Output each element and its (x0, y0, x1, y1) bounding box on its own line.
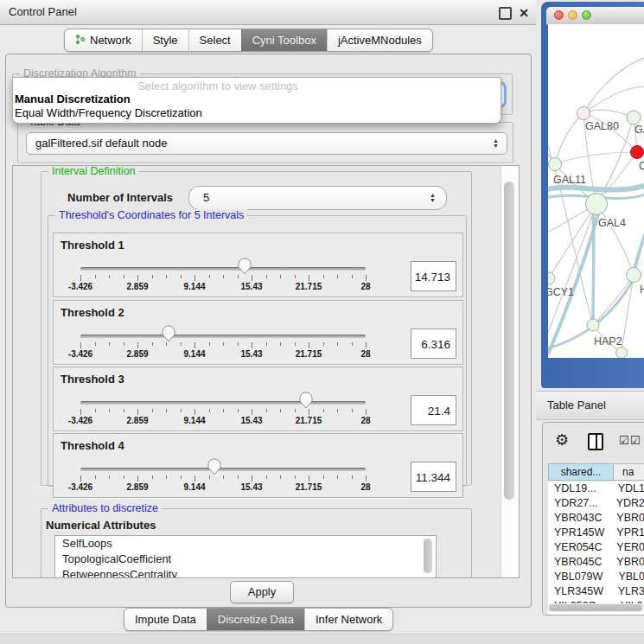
dropdown-prompt: Select algorithm to view settings (13, 80, 501, 92)
slider-tick-label: 21.715 (296, 282, 322, 291)
network-node-hap2[interactable] (587, 319, 599, 331)
slider-tick (181, 275, 182, 278)
close-icon[interactable]: ✕ (519, 6, 529, 20)
interval-definition-group: Interval Definition Number of Intervals … (41, 171, 472, 486)
network-node-ga[interactable] (627, 111, 641, 124)
tab-network[interactable]: Network (65, 29, 142, 51)
column-header-shared-name[interactable]: shared... (548, 463, 614, 481)
tab-impute-data[interactable]: Impute Data (124, 609, 207, 630)
list-scrollbar[interactable] (424, 539, 432, 573)
settings-scrollbar-thumb[interactable] (504, 182, 514, 500)
tab-infer-network[interactable]: Infer Network (304, 609, 392, 630)
table-hscrollbar-thumb[interactable] (549, 604, 642, 611)
threshold-value-field[interactable]: 6.316 (411, 328, 456, 359)
slider-tick (280, 275, 281, 278)
slider-thumb[interactable] (238, 258, 252, 278)
network-node-gal11[interactable] (549, 158, 562, 171)
column-header-name[interactable]: na (614, 463, 644, 481)
network-canvas[interactable]: GAL80GACGAL11GAL4GCY1HHAP2 (548, 24, 644, 358)
tab-cyni-toolbox[interactable]: Cyni Toolbox (241, 29, 327, 51)
slider-thumb[interactable] (299, 392, 313, 412)
slider-thumb[interactable] (207, 458, 221, 479)
network-node-gcy1[interactable] (548, 272, 555, 284)
network-node-gal4[interactable] (586, 194, 608, 215)
slider-tick (209, 275, 210, 278)
zoom-light[interactable] (582, 10, 591, 20)
network-edge[interactable] (593, 275, 634, 325)
network-edge[interactable] (583, 57, 644, 113)
slider-tick (309, 475, 309, 481)
checkbox-icon[interactable]: ☑ (630, 434, 641, 447)
table-data-combobox[interactable]: galFiltered.sif default node ▲▼ (26, 132, 507, 155)
table-row[interactable]: YBL079WYBL0 (548, 570, 644, 584)
network-edge-highlighted[interactable] (634, 227, 644, 274)
minimize-light[interactable] (568, 10, 577, 20)
close-light[interactable] (554, 10, 564, 20)
numerical-attributes-label: Numerical Attributes (46, 519, 156, 532)
slider-tick (366, 275, 367, 281)
network-edge-highlighted[interactable] (548, 214, 598, 354)
table-row[interactable]: YER054CYER0 (548, 540, 644, 555)
slider-tick (337, 475, 338, 479)
slider-tick (238, 342, 239, 346)
number-of-intervals-combobox[interactable]: 5 ▲▼ (188, 186, 447, 210)
table-row[interactable]: YDL19...YDL1 (548, 481, 644, 496)
network-view-window[interactable]: GAL80GACGAL11GAL4GCY1HHAP2 (541, 2, 644, 388)
dropdown-item-equal-width-frequency[interactable]: Equal Width/Frequency Discretization (15, 106, 202, 119)
attribute-list-item[interactable]: SelfLoops (55, 536, 436, 552)
tab-discretize-data[interactable]: Discretize Data (207, 609, 304, 630)
slider-tick (152, 342, 153, 346)
attribute-list-item[interactable]: BetweennessCentrality (55, 567, 436, 578)
slider-track[interactable] (80, 335, 366, 338)
tab-style[interactable]: Style (142, 29, 188, 51)
dropdown-item-manual-discretization[interactable]: Manual Discretization (15, 92, 131, 105)
slider-tick (209, 409, 210, 412)
slider-tick-label: 2.859 (126, 416, 148, 425)
table-row[interactable]: YBR043CYBR0 (548, 511, 644, 526)
slider-tick (152, 475, 153, 479)
threshold-panel-1: Threshold 1-3.4262.8599.14415.4321.71528… (53, 233, 463, 297)
network-node-h[interactable] (627, 268, 641, 283)
threshold-label: Threshold 4 (61, 439, 124, 452)
table-row[interactable]: YDR27...YDR2 (548, 496, 644, 511)
network-node-c[interactable] (631, 146, 644, 159)
slider-thumb[interactable] (162, 325, 175, 346)
threshold-value-field[interactable]: 14.713 (411, 261, 456, 291)
network-node-gal80[interactable] (577, 107, 590, 120)
slider-track[interactable] (80, 267, 366, 271)
threshold-label: Threshold 3 (61, 373, 124, 386)
table-horizontal-scrollbar[interactable] (548, 603, 644, 612)
table-row[interactable]: YPR145WYPR1 (548, 526, 644, 540)
threshold-value-field[interactable]: 21.4 (411, 395, 456, 425)
slider-tick-label: -3.426 (68, 416, 92, 425)
network-edge[interactable] (596, 204, 634, 275)
node-label: GAL11 (553, 174, 586, 186)
apply-button[interactable]: Apply (230, 581, 294, 603)
settings-scrollbar-track[interactable] (501, 166, 519, 577)
table-row[interactable]: YBR045CYBR0 (548, 555, 644, 570)
node-label: C (639, 160, 644, 172)
interval-definition-label: Interval Definition (48, 165, 139, 177)
network-edge[interactable] (555, 152, 637, 164)
slider-track[interactable] (80, 468, 366, 471)
tab-jactivemnodules[interactable]: jActiveMNodules (327, 29, 432, 51)
slider-tick (295, 342, 296, 346)
network-node[interactable] (616, 348, 628, 359)
float-window-icon[interactable] (499, 7, 512, 20)
numerical-attributes-list[interactable]: SelfLoopsTopologicalCoefficientBetweenne… (54, 535, 437, 578)
cell-shared-name: YBL079W (548, 570, 611, 584)
attribute-list-item[interactable]: TopologicalCoefficient (55, 552, 436, 567)
gear-icon[interactable]: ⚙ (555, 430, 569, 450)
table-row[interactable]: YLR345WYLR3 (548, 584, 644, 599)
threshold-value-field[interactable]: 11.344 (411, 462, 456, 492)
column-layout-icon[interactable] (588, 433, 603, 450)
tab-select[interactable]: Select (188, 29, 241, 51)
checkbox-icon[interactable]: ☑ (619, 434, 629, 447)
network-edge[interactable] (555, 113, 583, 164)
slider-track[interactable] (80, 401, 366, 405)
network-edge-highlighted[interactable] (593, 210, 594, 323)
table-toolbar: ⚙ ☑ ☑ (543, 423, 644, 461)
slider-tick (124, 342, 124, 346)
slider-tick (280, 342, 281, 346)
network-window-titlebar[interactable] (546, 7, 644, 25)
